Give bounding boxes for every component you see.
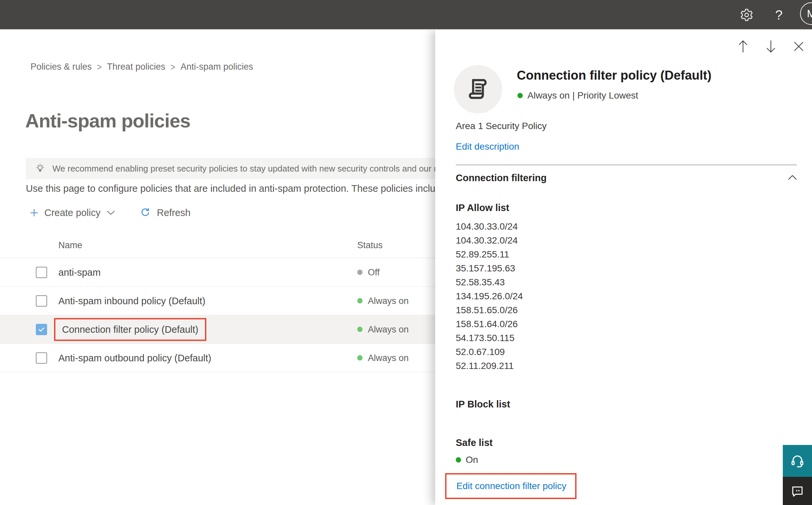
row-checkbox[interactable] [36, 295, 47, 307]
status-dot-off [357, 270, 363, 275]
column-header-name: Name [58, 240, 82, 250]
plus-icon: + [30, 205, 38, 220]
create-policy-button[interactable]: + Create policy [30, 205, 115, 220]
breadcrumb-separator-icon: > [97, 61, 102, 73]
ip-entry: 158.51.65.0/26 [456, 303, 523, 317]
section-connection-filtering[interactable]: Connection filtering [456, 173, 547, 183]
policy-avatar [454, 65, 502, 114]
previous-item-up-arrow-icon[interactable] [736, 39, 750, 54]
status-label: Always on [368, 296, 409, 306]
flyout-status-line: Always on | Priority Lowest [518, 90, 638, 101]
refresh-button[interactable]: Refresh [140, 207, 191, 218]
feedback-chat-icon [790, 484, 804, 498]
safe-list-status-label: On [466, 455, 478, 465]
ip-entry: 134.195.26.0/24 [456, 289, 523, 303]
status-cell: Always on [357, 296, 409, 306]
table-row-selected[interactable]: Connection filter policy (Default) Alway… [0, 315, 435, 344]
status-dot-on [456, 457, 461, 463]
headset-icon [790, 453, 805, 469]
policy-description: Area 1 Security Policy [456, 121, 547, 131]
edit-policy-annotation-box: Edit connection filter policy [445, 473, 577, 499]
page-title: Anti-spam policies [25, 110, 190, 132]
breadcrumb-threat-policies[interactable]: Threat policies [107, 62, 166, 72]
main-content: Policies & rules > Threat policies > Ant… [0, 30, 435, 505]
column-header-status: Status [357, 240, 383, 250]
status-cell: Always on [357, 353, 409, 363]
ip-block-list-heading: IP Block list [456, 399, 510, 410]
toolbar: + Create policy Refresh [30, 202, 191, 223]
status-dot-on [357, 298, 363, 304]
refresh-icon [140, 207, 151, 218]
table-header: Name Status [0, 232, 435, 258]
lightbulb-icon [34, 163, 46, 174]
feedback-button[interactable] [783, 477, 812, 505]
avatar[interactable]: M [800, 2, 812, 25]
policy-name[interactable]: anti-spam [58, 267, 100, 278]
scroll-policy-icon [465, 76, 491, 102]
safe-list-heading: Safe list [456, 437, 492, 448]
edit-connection-filter-policy-link[interactable]: Edit connection filter policy [456, 481, 567, 491]
ip-allow-list: 104.30.33.0/24 104.30.32.0/24 52.89.255.… [456, 220, 523, 373]
create-policy-label: Create policy [44, 207, 100, 218]
flyout-title: Connection filter policy (Default) [517, 68, 712, 82]
banner-text: We recommend enabling preset security po… [52, 164, 435, 174]
ip-entry: 104.30.33.0/24 [456, 220, 523, 233]
ip-entry: 158.51.64.0/26 [456, 317, 523, 331]
flyout-nav [736, 39, 806, 54]
status-dot-on [518, 93, 523, 98]
ip-entry: 35.157.195.63 [456, 262, 523, 276]
row-checkbox[interactable] [36, 267, 47, 278]
settings-gear-icon[interactable] [737, 0, 756, 30]
ip-allow-list-heading: IP Allow list [456, 202, 509, 213]
status-label: Off [368, 267, 380, 278]
ip-entry: 52.58.35.43 [456, 276, 523, 289]
status-label: Always on [368, 353, 409, 363]
ip-entry: 52.0.67.109 [456, 345, 523, 359]
table-row[interactable]: Anti-spam outbound policy (Default) Alwa… [0, 344, 435, 372]
edit-description-link[interactable]: Edit description [456, 141, 519, 152]
breadcrumb-separator-icon: > [171, 61, 175, 73]
policy-name[interactable]: Anti-spam outbound policy (Default) [58, 352, 211, 363]
breadcrumb-anti-spam-policies: Anti-spam policies [180, 62, 253, 72]
close-icon[interactable] [791, 39, 806, 54]
safe-list-status: On [456, 455, 478, 465]
chevron-down-icon [107, 210, 115, 215]
support-button[interactable] [783, 445, 812, 477]
status-cell: Always on [357, 324, 409, 334]
ip-entry: 52.89.255.11 [456, 247, 523, 262]
top-app-bar: ? M [0, 0, 812, 30]
status-dot-on [357, 327, 363, 332]
table-row[interactable]: anti-spam Off [0, 258, 435, 287]
breadcrumb-policies-rules[interactable]: Policies & rules [30, 62, 92, 72]
ip-entry: 52.11.209.211 [456, 359, 523, 373]
policy-details-flyout: Connection filter policy (Default) Alway… [435, 30, 812, 505]
status-label: Always on [368, 324, 409, 334]
divider [456, 165, 797, 165]
status-cell: Off [357, 267, 380, 278]
policy-name-highlighted[interactable]: Connection filter policy (Default) [54, 318, 206, 341]
chevron-up-icon[interactable] [787, 175, 797, 180]
policy-name[interactable]: Anti-spam inbound policy (Default) [58, 295, 205, 306]
page-description: Use this page to configure policies that… [26, 183, 435, 194]
next-item-down-arrow-icon[interactable] [764, 39, 778, 54]
help-icon[interactable]: ? [770, 0, 788, 30]
row-checkbox[interactable] [36, 352, 47, 364]
ip-entry: 54.173.50.115 [456, 331, 523, 345]
ip-entry: 104.30.32.0/24 [456, 233, 523, 247]
row-checkbox-checked[interactable] [36, 324, 47, 335]
status-dot-on [357, 355, 363, 361]
table-row[interactable]: Anti-spam inbound policy (Default) Alway… [0, 287, 435, 315]
refresh-label: Refresh [157, 207, 191, 218]
recommendation-banner: We recommend enabling preset security po… [26, 158, 435, 179]
breadcrumb: Policies & rules > Threat policies > Ant… [30, 62, 253, 72]
flyout-status-text: Always on | Priority Lowest [528, 90, 638, 101]
